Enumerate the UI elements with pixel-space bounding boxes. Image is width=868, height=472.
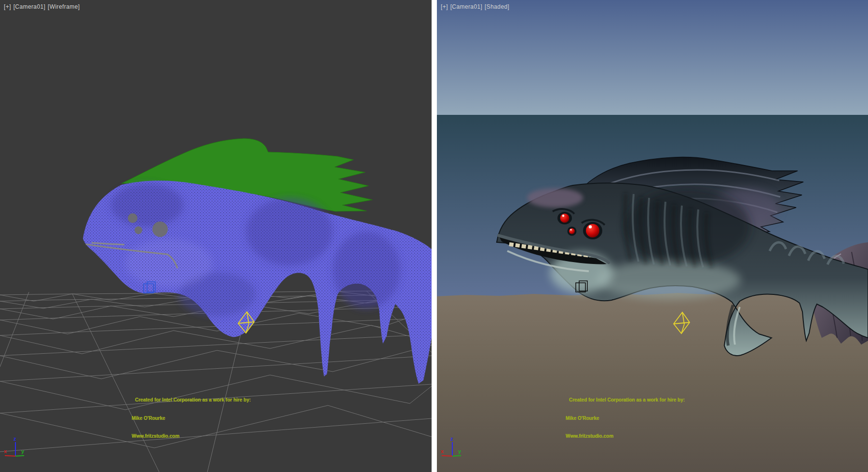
viewport-label: [+] [Camera01] [Wireframe]	[4, 3, 80, 10]
axis-y-label: y	[458, 448, 461, 454]
credit-line-2: Mike O'Rourke	[566, 416, 685, 422]
credit-line-1: Created for Intel Corporation as a work …	[566, 397, 685, 403]
viewport-divider[interactable]	[432, 0, 437, 472]
fish-eye-upper	[128, 213, 137, 223]
viewport-camera-menu[interactable]: [Camera01]	[450, 3, 483, 10]
axis-x-label: x	[441, 448, 444, 454]
credit-line-1: Created for Intel Corporation as a work …	[132, 397, 251, 403]
credit-text: Created for Intel Corporation as a work …	[566, 385, 685, 452]
axis-z-label: z	[450, 436, 453, 442]
viewport-shaded[interactable]: [+] [Camera01] [Shaded] Created for Inte…	[437, 0, 868, 472]
credit-text: Created for Intel Corporation as a work …	[132, 385, 251, 452]
viewport-expand-button[interactable]: [+]	[4, 3, 11, 10]
credit-line-2: Mike O'Rourke	[132, 416, 251, 422]
viewport-wireframe[interactable]: [+] [Camera01] [Wireframe] Created for I…	[0, 0, 432, 472]
viewport-shading-menu[interactable]: [Shaded]	[485, 3, 509, 10]
viewport-shading-menu[interactable]: [Wireframe]	[48, 3, 80, 10]
credit-line-3: Www.fritzstudio.com	[132, 433, 251, 440]
axis-gizmo: z x y	[2, 435, 28, 463]
axis-y-line	[15, 456, 24, 456]
axis-x-label: x	[4, 448, 7, 454]
credit-line-3: Www.fritzstudio.com	[566, 433, 685, 440]
axis-z-label: z	[14, 436, 16, 442]
eye-red-upper	[557, 212, 572, 224]
eye-red-large	[583, 222, 602, 239]
axis-x-line	[5, 456, 15, 456]
axis-y-label: y	[21, 448, 25, 454]
dual-viewport-stage: [+] [Camera01] [Wireframe] Created for I…	[0, 0, 868, 472]
axis-x-line	[442, 456, 452, 456]
axis-gizmo: z x y	[439, 435, 465, 463]
viewport-label: [+] [Camera01] [Shaded]	[441, 3, 510, 10]
eye-red-small	[568, 227, 577, 236]
axis-y-line	[452, 456, 461, 456]
viewport-camera-menu[interactable]: [Camera01]	[14, 3, 46, 10]
viewport-expand-button[interactable]: [+]	[441, 3, 448, 10]
fish-eye-small	[135, 226, 142, 234]
fish-eye-large	[152, 222, 168, 237]
sky	[437, 0, 868, 115]
